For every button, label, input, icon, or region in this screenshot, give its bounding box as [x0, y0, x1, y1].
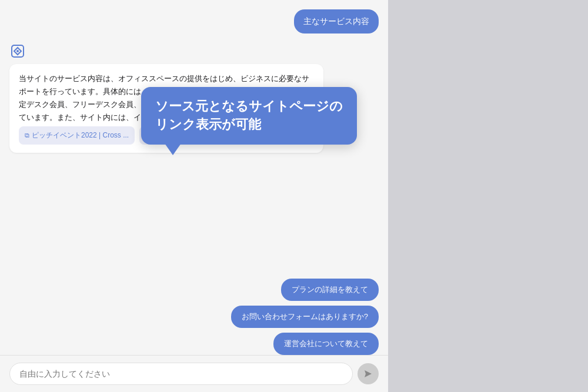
- source-link-label-1: ピッチイベント2022 | Cross ...: [32, 129, 129, 141]
- bot-icon: [9, 43, 26, 59]
- send-button[interactable]: [358, 363, 379, 384]
- chat-input[interactable]: [9, 363, 353, 385]
- chat-panel: 主なサービス内容 当サイトのサービス内容は、オフィススペースの提供をはじめ、ビジ…: [0, 0, 388, 392]
- quick-reply-1[interactable]: プランの詳細を教えて: [281, 279, 379, 301]
- source-link-1[interactable]: ⧉ ピッチイベント2022 | Cross ...: [19, 126, 135, 144]
- input-area: [0, 355, 388, 392]
- right-panel: [388, 0, 588, 392]
- svg-point-1: [16, 50, 19, 52]
- user-message-1: 主なサービス内容: [9, 9, 379, 33]
- quick-replies: プランの詳細を教えて お問い合わせフォームはありますか? 運営会社について教えて: [0, 279, 388, 355]
- source-link-icon-1: ⧉: [25, 130, 29, 141]
- quick-reply-2[interactable]: お問い合わせフォームはありますか?: [231, 306, 379, 328]
- tooltip-line2: リンク表示が可能: [155, 116, 343, 134]
- send-icon: [363, 369, 373, 378]
- tooltip-callout: ソース元となるサイトページの リンク表示が可能: [141, 87, 357, 145]
- quick-reply-3[interactable]: 運営会社について教えて: [273, 333, 379, 355]
- user-bubble-1: 主なサービス内容: [294, 9, 379, 33]
- tooltip-line1: ソース元となるサイトページの: [155, 98, 343, 116]
